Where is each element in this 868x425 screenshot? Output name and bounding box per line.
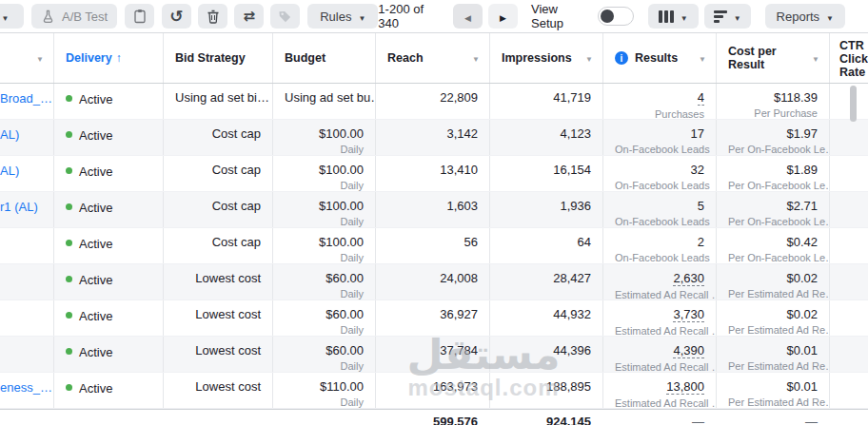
results-value[interactable]: 2 <box>698 235 704 249</box>
next-page-button[interactable] <box>488 4 518 29</box>
cell-cost-per-result: $0.01 Per Estimated Ad Re… <box>717 337 830 372</box>
table-row[interactable]: Active Lowest cost $60.00 Daily 36,927 4… <box>0 300 868 337</box>
export-import-button[interactable] <box>234 4 264 29</box>
table-row[interactable]: Broad_… Active Using ad set bi… Using ad… <box>0 84 868 120</box>
delivery-status: Active <box>79 164 112 179</box>
chevron-down-icon <box>2 10 10 24</box>
budget-value: Using ad set bu… <box>285 90 364 105</box>
cell-delivery: Active <box>54 337 164 372</box>
results-value[interactable]: 2,630 <box>673 271 704 286</box>
cell-delivery: Active <box>54 156 164 191</box>
results-type: On-Facebook Leads <box>615 252 704 263</box>
delivery-status: Active <box>79 237 112 251</box>
delivery-status: Active <box>79 92 112 106</box>
cell-bid-strategy: Cost cap <box>164 228 273 263</box>
cost-per-result-value: $2.71 <box>728 199 818 213</box>
chevron-down-icon <box>681 10 688 24</box>
columns-button[interactable] <box>648 4 699 29</box>
results-value[interactable]: 3,730 <box>673 307 704 322</box>
chevron-down-icon <box>734 10 741 24</box>
column-header-bid-strategy[interactable]: Bid Strategy <box>164 33 273 83</box>
results-value[interactable]: 4,390 <box>673 343 704 358</box>
delivery-status: Active <box>79 345 112 359</box>
table-row[interactable]: Active Lowest cost $60.00 Daily 37,784 4… <box>0 337 868 373</box>
tag-icon <box>278 10 292 24</box>
breakdown-button[interactable] <box>704 4 751 29</box>
info-icon[interactable] <box>615 51 628 65</box>
cell-campaign-name <box>0 337 54 372</box>
reports-button[interactable]: Reports <box>765 4 845 29</box>
campaign-name-link[interactable]: Broad_… <box>0 91 52 106</box>
cell-bid-strategy: Lowest cost <box>164 300 273 336</box>
rules-button[interactable]: Rules <box>307 4 378 29</box>
column-header-impressions[interactable]: Impressions <box>490 33 603 83</box>
sort-chevron-icon <box>699 51 706 65</box>
results-value[interactable]: 5 <box>698 199 704 213</box>
table-row[interactable]: r1 (AL) Active Cost cap $100.00 Daily 1,… <box>0 192 868 228</box>
cell-budget: $100.00 Daily <box>273 192 376 227</box>
ab-test-button[interactable]: A/B Test <box>31 4 117 29</box>
column-header-reach[interactable]: Reach <box>376 33 490 83</box>
column-header-delivery[interactable]: Delivery <box>54 33 164 83</box>
pagination-label: 1-200 of 340 <box>378 2 444 30</box>
table-row[interactable]: AL) Active Cost cap $100.00 Daily 3,142 … <box>0 120 868 156</box>
cell-ctr <box>830 156 868 191</box>
view-setup-toggle[interactable] <box>598 7 634 26</box>
cell-results: 4,390 Estimated Ad Recall … <box>603 337 717 372</box>
results-value[interactable]: 13,800 <box>666 379 704 395</box>
campaign-name-link[interactable]: r1 (AL) <box>0 200 38 214</box>
budget-value: $60.00 <box>285 271 364 285</box>
campaign-name-link[interactable]: AL) <box>0 164 19 178</box>
budget-period: Daily <box>285 252 364 263</box>
cell-results: 13,800 Estimated Ad Recall … <box>603 373 717 408</box>
column-header-budget[interactable]: Budget <box>273 33 376 83</box>
column-header-cost-per-result[interactable]: Cost per Result <box>717 33 830 83</box>
cost-per-result-type: Per On-Facebook Le… <box>728 216 818 227</box>
results-value[interactable]: 4 <box>698 90 704 106</box>
sort-chevron-icon <box>472 51 480 65</box>
cost-per-result-value: $0.42 <box>728 235 818 249</box>
column-header-results[interactable]: Results <box>603 33 717 83</box>
impressions-value: 41,719 <box>553 90 591 105</box>
column-header-name[interactable] <box>0 33 54 83</box>
budget-period: Daily <box>285 360 364 372</box>
tag-button[interactable] <box>270 4 300 29</box>
delivery-status: Active <box>79 273 112 287</box>
budget-period: Daily <box>285 288 364 299</box>
delete-button[interactable] <box>198 4 227 29</box>
bulk-actions-dropdown-button[interactable] <box>0 4 24 29</box>
duplicate-button[interactable] <box>125 4 154 29</box>
swap-arrows-icon <box>243 8 255 25</box>
results-value[interactable]: 17 <box>691 126 704 141</box>
budget-period: Daily <box>285 216 364 227</box>
previous-page-button[interactable] <box>453 4 483 29</box>
campaign-name-link[interactable]: eness_… <box>0 380 52 395</box>
table-row[interactable]: Active Cost cap $100.00 Daily 56 64 2 On… <box>0 228 868 264</box>
table-row[interactable]: Active Lowest cost $60.00 Daily 24,008 2… <box>0 264 868 300</box>
undo-button[interactable] <box>162 4 191 29</box>
reach-value: 22,809 <box>440 90 478 105</box>
results-total: — <box>603 410 717 425</box>
table-row[interactable]: eness_… Active Lowest cost $110.00 Daily… <box>0 373 868 409</box>
cell-campaign-name: eness_… <box>0 373 54 408</box>
previous-page-icon <box>464 10 471 24</box>
reach-value: 3,142 <box>446 126 478 141</box>
campaign-name-link[interactable]: AL) <box>0 127 19 142</box>
results-value[interactable]: 32 <box>691 163 704 177</box>
reach-value: 37,784 <box>440 343 478 357</box>
trash-icon <box>207 10 220 24</box>
cell-results: 4 Purchases <box>603 84 717 119</box>
table-row[interactable]: AL) Active Cost cap $100.00 Daily 13,410… <box>0 156 868 192</box>
results-type: Estimated Ad Recall … <box>615 289 704 299</box>
vertical-scrollbar-thumb[interactable] <box>850 86 857 122</box>
cell-reach: 3,142 <box>376 120 490 155</box>
budget-value: $100.00 <box>285 235 364 249</box>
cell-delivery: Active <box>54 373 164 408</box>
cost-per-result-value: $118.39 <box>728 90 818 105</box>
cell-campaign-name <box>0 264 54 299</box>
impressions-total: 924,145 <box>490 410 603 425</box>
cell-reach: 24,008 <box>376 264 490 299</box>
active-status-dot-icon <box>66 131 72 138</box>
column-header-ctr[interactable]: CTR Click Rate <box>830 33 868 83</box>
delivery-status: Active <box>79 381 112 396</box>
